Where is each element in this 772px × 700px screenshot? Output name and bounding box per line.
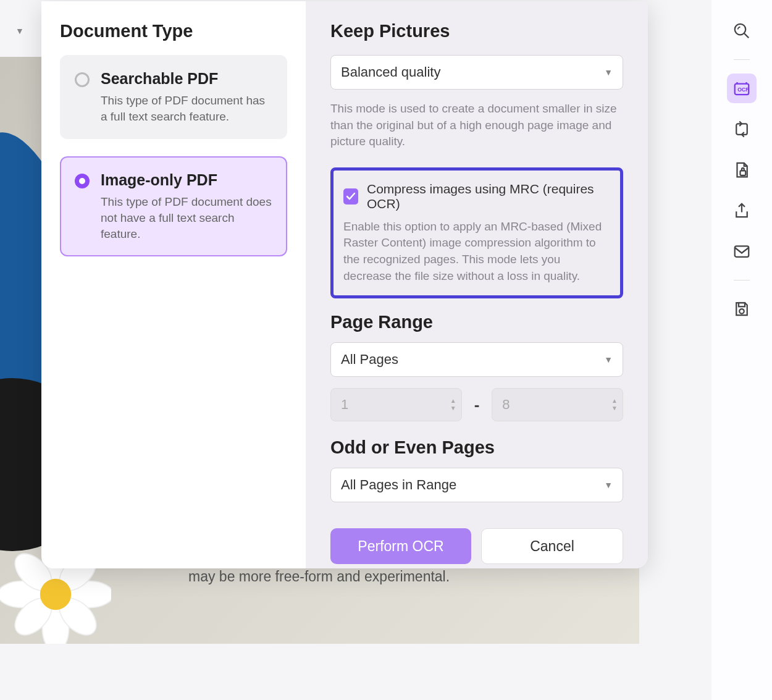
doc-type-desc: This type of PDF document does not have … xyxy=(101,194,272,242)
document-type-panel: Document Type Searchable PDF This type o… xyxy=(41,1,306,568)
chevron-down-icon: ▼ xyxy=(604,67,613,77)
keep-pictures-help: This mode is used to create a document s… xyxy=(330,101,623,150)
page-range-title: Page Range xyxy=(330,312,623,332)
top-dropdown-caret[interactable]: ▼ xyxy=(15,26,24,36)
page-from-value: 1 xyxy=(341,397,348,413)
select-value: Balanced quality xyxy=(341,64,440,80)
ocr-icon[interactable]: OCR xyxy=(727,74,757,103)
select-value: All Pages in Range xyxy=(341,477,456,493)
odd-even-select[interactable]: All Pages in Range ▼ xyxy=(330,468,623,502)
svg-text:OCR: OCR xyxy=(737,86,750,93)
background-document-text: may be more free-form and experimental. xyxy=(188,568,450,585)
share-icon[interactable] xyxy=(727,196,757,226)
svg-line-10 xyxy=(744,33,749,38)
ocr-dialog: Document Type Searchable PDF This type o… xyxy=(41,1,648,568)
radio-icon xyxy=(75,72,90,87)
page-to-input[interactable]: 8 ▲▼ xyxy=(492,388,623,421)
svg-rect-15 xyxy=(735,246,749,257)
right-sidebar: OCR xyxy=(711,0,772,700)
keep-pictures-select[interactable]: Balanced quality ▼ xyxy=(330,55,623,90)
perform-ocr-button[interactable]: Perform OCR xyxy=(330,528,471,564)
search-icon[interactable] xyxy=(727,16,757,46)
svg-rect-14 xyxy=(741,171,746,175)
keep-pictures-title: Keep Pictures xyxy=(330,21,623,41)
radio-icon xyxy=(75,174,90,188)
page-from-input[interactable]: 1 ▲▼ xyxy=(330,388,462,421)
spinner-icon: ▲▼ xyxy=(450,398,456,411)
svg-rect-16 xyxy=(739,303,745,306)
odd-even-title: Odd or Even Pages xyxy=(330,437,623,458)
lock-document-icon[interactable] xyxy=(727,155,757,185)
rotate-icon[interactable] xyxy=(727,114,757,144)
doc-type-title: Image-only PDF xyxy=(101,171,272,189)
doc-type-image-only-pdf[interactable]: Image-only PDF This type of PDF document… xyxy=(60,156,287,256)
page-to-value: 8 xyxy=(502,397,510,413)
sidebar-separator xyxy=(734,280,750,280)
save-icon[interactable] xyxy=(727,294,757,324)
cancel-button[interactable]: Cancel xyxy=(481,528,623,564)
settings-panel: Keep Pictures Balanced quality ▼ This mo… xyxy=(306,1,648,568)
document-type-title: Document Type xyxy=(60,21,287,41)
svg-point-8 xyxy=(40,579,71,610)
doc-type-title: Searchable PDF xyxy=(101,70,272,88)
svg-point-9 xyxy=(735,24,746,35)
mrc-desc: Enable this option to apply an MRC-based… xyxy=(343,219,610,284)
spinner-icon: ▲▼ xyxy=(611,398,618,411)
mrc-label: Compress images using MRC (requires OCR) xyxy=(367,182,610,211)
check-icon xyxy=(346,192,356,201)
chevron-down-icon: ▼ xyxy=(604,355,613,365)
select-value: All Pages xyxy=(341,352,398,368)
mrc-checkbox[interactable] xyxy=(343,188,358,205)
doc-type-desc: This type of PDF document has a full tex… xyxy=(101,93,272,124)
chevron-down-icon: ▼ xyxy=(604,480,613,490)
svg-rect-13 xyxy=(736,124,747,135)
doc-type-searchable-pdf[interactable]: Searchable PDF This type of PDF document… xyxy=(60,55,287,139)
mrc-highlight-box: Compress images using MRC (requires OCR)… xyxy=(330,167,623,298)
page-range-select[interactable]: All Pages ▼ xyxy=(330,342,623,377)
range-dash: - xyxy=(474,395,480,415)
svg-point-17 xyxy=(739,309,744,314)
sidebar-separator xyxy=(734,59,750,60)
mail-icon[interactable] xyxy=(727,237,757,266)
